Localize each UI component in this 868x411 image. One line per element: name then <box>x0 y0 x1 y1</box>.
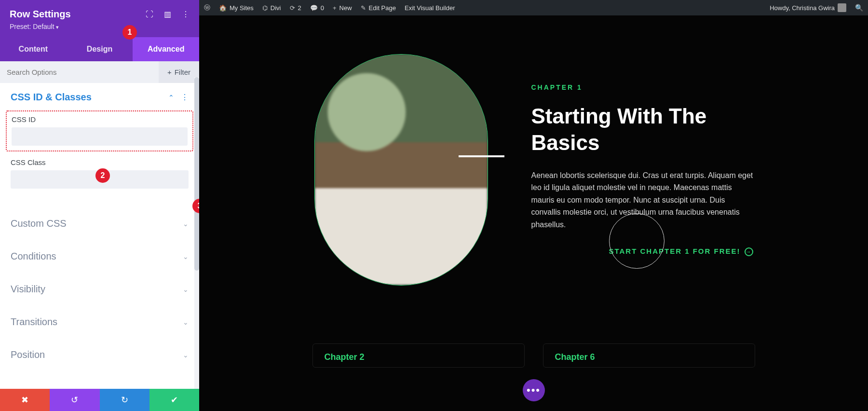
plus-icon: + <box>333 4 337 12</box>
gauge-icon: ⌬ <box>262 4 268 12</box>
chapter-label: CHAPTER 1 <box>531 83 753 91</box>
accent-circle <box>609 213 665 269</box>
edit-page-label: Edit Page <box>369 4 396 12</box>
accent-line <box>459 155 504 157</box>
annotation-2: 2 <box>95 168 110 183</box>
more-icon[interactable]: ⋮ <box>182 10 190 19</box>
section-position[interactable]: Position ⌄ <box>0 338 199 371</box>
section-title: Visibility <box>11 284 45 295</box>
refresh-icon: ⟳ <box>290 4 295 12</box>
pencil-icon: ✎ <box>361 4 366 12</box>
sidebar-header: Row Settings ⛶ ▥ ⋮ Preset: Default <box>0 0 199 37</box>
hero-image <box>314 54 488 286</box>
home-icon: 🏠 <box>219 4 227 12</box>
expand-icon[interactable]: ⛶ <box>146 10 153 19</box>
tab-content[interactable]: Content <box>0 37 67 61</box>
tab-design[interactable]: Design <box>67 37 133 61</box>
annotation-1: 1 <box>122 25 137 40</box>
site-name-link[interactable]: ⌬Divi <box>262 4 281 12</box>
filter-button[interactable]: +Filter <box>159 61 199 83</box>
new-label: New <box>339 4 352 12</box>
howdy-label: Howdy, Christina Gwira <box>770 4 835 12</box>
hero-section: CHAPTER 1 Starting With The Basics Aenea… <box>199 15 868 343</box>
arrow-right-icon: → <box>745 247 753 256</box>
preset-selector[interactable]: Preset: Default <box>10 23 190 30</box>
my-sites-link[interactable]: 🏠My Sites <box>219 4 254 12</box>
section-transitions[interactable]: Transitions ⌄ <box>0 305 199 338</box>
panel-body: CSS ID & Classes ⌃ ⋮ 2 CSS ID 3 CSS Clas… <box>0 83 199 389</box>
comments-link[interactable]: 💬0 <box>310 4 324 12</box>
section-title: Custom CSS <box>11 218 67 229</box>
avatar <box>838 3 846 12</box>
howdy-link[interactable]: Howdy, Christina Gwira <box>770 3 846 12</box>
undo-button[interactable]: ↺ <box>50 389 99 411</box>
section-custom-css[interactable]: Custom CSS ⌄ <box>0 207 199 240</box>
chevron-down-icon: ⌄ <box>183 286 189 293</box>
exit-vb-link[interactable]: Exit Visual Builder <box>405 4 455 12</box>
chapter-card[interactable]: Chapter 2 <box>312 343 525 368</box>
chevron-down-icon: ⌄ <box>183 253 189 260</box>
field-css-id: CSS ID <box>6 110 193 151</box>
preview-canvas[interactable]: CHAPTER 1 Starting With The Basics Aenea… <box>199 15 868 411</box>
footer-actions: ✖ ↺ ↻ ✔ <box>0 389 199 411</box>
scrollbar[interactable] <box>194 77 199 389</box>
plus-icon: + <box>167 68 172 76</box>
section-title: Conditions <box>11 251 56 262</box>
exit-vb-label: Exit Visual Builder <box>405 4 455 12</box>
chevron-down-icon: ⌄ <box>183 220 189 228</box>
settings-sidebar: Row Settings ⛶ ▥ ⋮ Preset: Default Conte… <box>0 0 199 411</box>
chevron-down-icon: ⌄ <box>183 318 189 326</box>
builder-fab[interactable]: ••• <box>523 379 545 401</box>
chapter-cards: Chapter 2 Chapter 6 <box>199 343 868 368</box>
comments-count: 0 <box>321 4 324 12</box>
columns-icon[interactable]: ▥ <box>164 10 171 19</box>
hero-title: Starting With The Basics <box>531 103 753 156</box>
css-id-input[interactable] <box>12 127 188 146</box>
updates-count: 2 <box>298 4 301 12</box>
wp-logo-icon[interactable]: ⓦ <box>204 3 210 12</box>
section-title: CSS ID & Classes <box>11 92 92 103</box>
save-button[interactable]: ✔ <box>149 389 199 411</box>
site-name-label: Divi <box>271 4 281 12</box>
search-icon[interactable]: 🔍 <box>855 4 863 12</box>
wp-admin-bar: ⓦ 🏠My Sites ⌬Divi ⟳2 💬0 +New ✎Edit Page … <box>199 0 868 15</box>
filter-label: Filter <box>175 68 190 76</box>
settings-tabs: Content Design Advanced <box>0 37 199 61</box>
section-title: Transitions <box>11 316 57 328</box>
section-css-id-classes[interactable]: CSS ID & Classes ⌃ ⋮ <box>0 83 199 109</box>
tab-advanced[interactable]: Advanced <box>133 37 199 61</box>
chapter-card[interactable]: Chapter 6 <box>543 343 755 368</box>
section-title: Position <box>11 349 45 360</box>
updates-link[interactable]: ⟳2 <box>290 4 301 12</box>
scrollbar-thumb[interactable] <box>194 77 199 271</box>
new-link[interactable]: +New <box>333 4 352 12</box>
my-sites-label: My Sites <box>230 4 254 12</box>
cancel-button[interactable]: ✖ <box>0 389 50 411</box>
chevron-down-icon: ⌄ <box>183 351 189 359</box>
panel-title: Row Settings <box>10 9 71 20</box>
section-conditions[interactable]: Conditions ⌄ <box>0 240 199 273</box>
redo-button[interactable]: ↻ <box>100 389 149 411</box>
search-input[interactable] <box>0 61 159 83</box>
css-id-label: CSS ID <box>12 115 188 123</box>
preview-area: ⓦ 🏠My Sites ⌬Divi ⟳2 💬0 +New ✎Edit Page … <box>199 0 868 411</box>
css-class-label: CSS Class <box>11 158 189 166</box>
section-more-icon[interactable]: ⋮ <box>181 93 189 102</box>
chevron-up-icon: ⌃ <box>168 94 174 101</box>
comment-icon: 💬 <box>310 4 318 12</box>
section-visibility[interactable]: Visibility ⌄ <box>0 273 199 305</box>
edit-page-link[interactable]: ✎Edit Page <box>361 4 396 12</box>
search-row: +Filter <box>0 61 199 83</box>
